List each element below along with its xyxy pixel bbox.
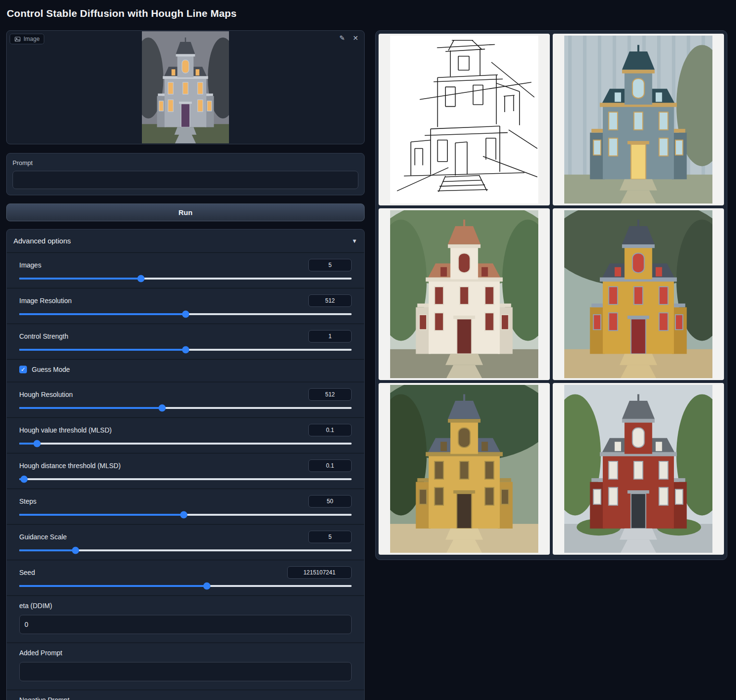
control-strength-label: Control Strength (19, 332, 68, 340)
seed-slider[interactable] (19, 585, 352, 587)
guidance-scale-slider[interactable] (19, 549, 352, 551)
slider-hough-value-threshold: Hough value threshold (MLSD) (7, 417, 364, 453)
painting-blue-victorian (564, 36, 712, 204)
added-prompt-row: Added Prompt (7, 642, 364, 689)
slider-seed: Seed (7, 560, 364, 595)
hough-distance-threshold-slider[interactable] (19, 478, 352, 480)
added-prompt-input[interactable] (19, 662, 352, 681)
control-strength-slider[interactable] (19, 349, 352, 351)
input-image-canvas[interactable] (7, 31, 364, 143)
steps-label: Steps (19, 497, 37, 505)
image-label: Image (10, 34, 44, 44)
seed-label: Seed (19, 569, 35, 576)
negative-prompt-label: Negative Prompt (19, 696, 352, 700)
slider-handle[interactable] (21, 476, 28, 483)
slider-control-strength: Control Strength (7, 323, 364, 359)
hough-value-threshold-value-input[interactable] (308, 424, 352, 436)
slider-handle[interactable] (137, 275, 144, 282)
gallery-item-hough-line-map[interactable] (379, 34, 550, 205)
advanced-options-title: Advanced options (13, 237, 71, 245)
image-upload[interactable]: Image ✎ ✕ (6, 30, 365, 144)
gallery-item-golden-victorian[interactable] (379, 383, 550, 555)
slider-steps: Steps (7, 488, 364, 524)
hough-line-map (390, 36, 538, 204)
left-column: Image ✎ ✕ Prompt Run Advanced options ▼ … (6, 30, 365, 700)
control-strength-value-input[interactable] (308, 330, 352, 343)
prompt-label: Prompt (13, 159, 358, 166)
steps-slider[interactable] (19, 514, 352, 516)
added-prompt-label: Added Prompt (19, 649, 352, 657)
slider-handle[interactable] (72, 547, 79, 554)
hough-resolution-label: Hough Resolution (19, 391, 73, 398)
hough-value-threshold-label: Hough value threshold (MLSD) (19, 426, 112, 434)
image-resolution-slider[interactable] (19, 313, 352, 315)
image-icon (14, 36, 21, 42)
advanced-options-panel: Advanced options ▼ Images Image Resoluti… (6, 229, 365, 700)
prompt-input[interactable] (13, 171, 358, 189)
image-resolution-label: Image Resolution (19, 297, 72, 305)
gallery-item-mustard-victorian[interactable] (553, 208, 724, 380)
guidance-scale-value-input[interactable] (308, 531, 352, 543)
seed-value-input[interactable] (287, 566, 352, 579)
guess-mode-label: Guess Mode (32, 366, 70, 373)
hough-distance-threshold-value-input[interactable] (308, 459, 352, 472)
painting-mustard-victorian (564, 210, 712, 378)
slider-image-resolution: Image Resolution (7, 288, 364, 323)
slider-handle[interactable] (203, 583, 211, 590)
negative-prompt-row: Negative Prompt (7, 689, 364, 700)
slider-handle[interactable] (34, 440, 41, 447)
eta-row: eta (DDIM) (7, 595, 364, 642)
slider-hough-distance-threshold: Hough distance threshold (MLSD) (7, 453, 364, 488)
eta-label: eta (DDIM) (19, 602, 352, 610)
clear-image-button[interactable]: ✕ (352, 34, 359, 42)
run-button[interactable]: Run (6, 204, 365, 221)
painting-golden-victorian (390, 385, 538, 553)
gallery-item-white-victorian[interactable] (379, 208, 550, 380)
gallery-item-red-brick-victorian[interactable] (553, 383, 724, 555)
painting-red-brick-victorian (564, 385, 712, 553)
steps-value-input[interactable] (308, 495, 352, 508)
gallery-item-blue-victorian[interactable] (553, 34, 724, 205)
checkbox-check-icon: ✓ (19, 366, 27, 373)
slider-handle[interactable] (180, 511, 188, 519)
image-resolution-value-input[interactable] (308, 294, 352, 307)
images-slider[interactable] (19, 278, 352, 280)
hough-resolution-slider[interactable] (19, 407, 352, 409)
painting-white-victorian (390, 210, 538, 378)
advanced-options-accordion[interactable]: Advanced options ▼ (7, 229, 364, 252)
page-title: Control Stable Diffusion with Hough Line… (7, 8, 237, 19)
collapse-arrow-icon: ▼ (352, 238, 357, 244)
guess-mode-row: ✓ Guess Mode (7, 359, 364, 382)
hough-resolution-value-input[interactable] (308, 388, 352, 401)
slider-handle[interactable] (182, 346, 189, 354)
hough-value-threshold-slider[interactable] (19, 443, 352, 445)
output-gallery (375, 30, 727, 560)
slider-handle[interactable] (182, 311, 189, 318)
guess-mode-checkbox[interactable]: ✓ Guess Mode (19, 366, 352, 373)
prompt-block: Prompt (6, 153, 365, 195)
edit-image-button[interactable]: ✎ (339, 34, 346, 42)
victorian-house-photo (142, 31, 229, 143)
images-label: Images (19, 261, 41, 269)
slider-hough-resolution: Hough Resolution (7, 382, 364, 417)
slider-guidance-scale: Guidance Scale (7, 524, 364, 560)
hough-distance-threshold-label: Hough distance threshold (MLSD) (19, 462, 121, 470)
guidance-scale-label: Guidance Scale (19, 533, 67, 541)
slider-images: Images (7, 252, 364, 288)
eta-input[interactable] (19, 615, 352, 634)
image-label-text: Image (24, 36, 39, 42)
images-value-input[interactable] (308, 259, 352, 271)
slider-handle[interactable] (159, 405, 166, 412)
